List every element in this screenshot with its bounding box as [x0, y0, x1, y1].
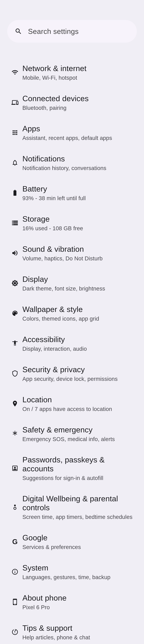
location-icon [8, 400, 22, 407]
wellbeing-icon [8, 504, 22, 510]
settings-item-subtitle: Colors, themed icons, app grid [22, 316, 134, 322]
settings-item-title: Connected devices [22, 94, 134, 103]
settings-item-title: About phone [22, 593, 134, 602]
wifi-icon [8, 69, 22, 76]
battery-icon [8, 189, 22, 196]
settings-item-text: About phonePixel 6 Pro [22, 593, 134, 610]
settings-item-text: NotificationsNotification history, conve… [22, 154, 134, 171]
settings-item-battery[interactable]: Battery93% - 38 min left until full [7, 178, 137, 208]
shield-icon [8, 370, 22, 377]
settings-item-text: Battery93% - 38 min left until full [22, 184, 134, 202]
bell-icon [8, 159, 22, 166]
settings-item-storage[interactable]: Storage16% used - 108 GB free [7, 208, 137, 238]
settings-item-text: Passwords, passkeys & accountsSuggestion… [22, 455, 134, 481]
settings-item-tips-support[interactable]: Tips & supportHelp articles, phone & cha… [7, 617, 137, 644]
settings-item-subtitle: Dark theme, font size, brightness [22, 286, 134, 292]
settings-item-passwords-passkeys-accounts[interactable]: Passwords, passkeys & accountsSuggestion… [7, 449, 137, 488]
settings-item-title: Accessibility [22, 335, 134, 344]
settings-item-text: LocationOn / 7 apps have access to locat… [22, 395, 134, 412]
settings-item-title: Tips & support [22, 624, 134, 632]
settings-item-subtitle: 16% used - 108 GB free [22, 225, 134, 232]
settings-item-subtitle: On / 7 apps have access to location [22, 406, 134, 412]
settings-item-connected-devices[interactable]: Connected devicesBluetooth, pairing [7, 88, 137, 118]
settings-item-text: GoogleServices & preferences [22, 533, 134, 550]
settings-item-text: Network & internetMobile, Wi-Fi, hotspot [22, 64, 134, 81]
settings-item-subtitle: 93% - 38 min left until full [22, 195, 134, 202]
settings-item-apps[interactable]: AppsAssistant, recent apps, default apps [7, 118, 137, 148]
apps-icon [8, 129, 22, 136]
devices-icon [8, 99, 22, 106]
settings-item-text: Digital Wellbeing & parental controlsScr… [22, 494, 134, 520]
settings-item-location[interactable]: LocationOn / 7 apps have access to locat… [7, 388, 137, 419]
google-icon: G [8, 538, 22, 545]
settings-item-subtitle: Suggestions for sign-in & autofill [22, 475, 134, 481]
settings-item-subtitle: Services & preferences [22, 544, 134, 550]
settings-item-subtitle: Languages, gestures, time, backup [22, 574, 134, 580]
settings-item-subtitle: App security, device lock, permissions [22, 376, 134, 382]
settings-item-text: Wallpaper & styleColors, themed icons, a… [22, 305, 134, 322]
account-icon [8, 465, 22, 472]
settings-item-text: Tips & supportHelp articles, phone & cha… [22, 624, 134, 641]
settings-item-subtitle: Display, interaction, audio [22, 346, 134, 352]
settings-list: Network & internetMobile, Wi-Fi, hotspot… [7, 57, 137, 644]
search-bar[interactable]: Search settings [7, 20, 137, 43]
settings-page: Search settings Network & internetMobile… [0, 0, 144, 644]
sound-icon [8, 250, 22, 256]
settings-item-title: Network & internet [22, 64, 134, 73]
settings-item-title: Location [22, 395, 134, 404]
settings-item-subtitle: Assistant, recent apps, default apps [22, 135, 134, 141]
storage-icon [8, 220, 22, 226]
display-icon [8, 280, 22, 286]
search-placeholder: Search settings [28, 27, 79, 36]
settings-item-subtitle: Pixel 6 Pro [22, 604, 134, 610]
settings-item-text: Safety & emergencyEmergency SOS, medical… [22, 425, 134, 442]
settings-item-title: Sound & vibration [22, 244, 134, 254]
settings-item-subtitle: Bluetooth, pairing [22, 105, 134, 111]
settings-item-display[interactable]: DisplayDark theme, font size, brightness [7, 268, 137, 298]
settings-item-title: System [22, 563, 134, 572]
settings-item-title: Storage [22, 214, 134, 223]
settings-item-sound-vibration[interactable]: Sound & vibrationVolume, haptics, Do Not… [7, 238, 137, 268]
settings-item-text: AppsAssistant, recent apps, default apps [22, 124, 134, 141]
settings-item-title: Display [22, 275, 134, 284]
asterisk-icon [8, 430, 22, 437]
accessibility-icon [8, 340, 22, 347]
settings-item-subtitle: Notification history, conversations [22, 165, 134, 171]
settings-item-title: Security & privacy [22, 365, 134, 374]
settings-item-text: Sound & vibrationVolume, haptics, Do Not… [22, 244, 134, 262]
settings-item-title: Passwords, passkeys & accounts [22, 455, 134, 473]
info-icon [8, 568, 22, 575]
palette-icon [8, 310, 22, 317]
settings-item-system[interactable]: SystemLanguages, gestures, time, backup [7, 557, 137, 587]
settings-item-title: Apps [22, 124, 134, 133]
search-icon [14, 27, 22, 35]
settings-item-title: Digital Wellbeing & parental controls [22, 494, 134, 512]
settings-item-network-internet[interactable]: Network & internetMobile, Wi-Fi, hotspot [7, 57, 137, 88]
settings-item-title: Safety & emergency [22, 425, 134, 434]
settings-item-title: Wallpaper & style [22, 305, 134, 314]
settings-item-title: Google [22, 533, 134, 542]
settings-item-subtitle: Volume, haptics, Do Not Disturb [22, 255, 134, 262]
settings-item-google[interactable]: GGoogleServices & preferences [7, 526, 137, 557]
settings-item-subtitle: Emergency SOS, medical info, alerts [22, 436, 134, 442]
settings-item-text: Storage16% used - 108 GB free [22, 214, 134, 232]
settings-item-subtitle: Mobile, Wi-Fi, hotspot [22, 74, 134, 81]
settings-item-subtitle: Screen time, app timers, bedtime schedul… [22, 514, 134, 520]
settings-item-text: SystemLanguages, gestures, time, backup [22, 563, 134, 580]
settings-item-title: Battery [22, 184, 134, 193]
settings-item-text: AccessibilityDisplay, interaction, audio [22, 335, 134, 352]
settings-item-safety-emergency[interactable]: Safety & emergencyEmergency SOS, medical… [7, 419, 137, 449]
settings-item-subtitle: Help articles, phone & chat [22, 634, 134, 641]
settings-item-security-privacy[interactable]: Security & privacyApp security, device l… [7, 358, 137, 388]
settings-item-digital-wellbeing-parental-controls[interactable]: Digital Wellbeing & parental controlsScr… [7, 488, 137, 526]
settings-item-wallpaper-style[interactable]: Wallpaper & styleColors, themed icons, a… [7, 298, 137, 328]
settings-item-about-phone[interactable]: About phonePixel 6 Pro [7, 587, 137, 617]
settings-item-text: DisplayDark theme, font size, brightness [22, 275, 134, 292]
help-icon [8, 628, 22, 636]
settings-item-text: Security & privacyApp security, device l… [22, 365, 134, 382]
phone-icon [8, 598, 22, 605]
settings-item-title: Notifications [22, 154, 134, 163]
settings-item-text: Connected devicesBluetooth, pairing [22, 94, 134, 111]
settings-item-notifications[interactable]: NotificationsNotification history, conve… [7, 148, 137, 178]
settings-item-accessibility[interactable]: AccessibilityDisplay, interaction, audio [7, 328, 137, 358]
